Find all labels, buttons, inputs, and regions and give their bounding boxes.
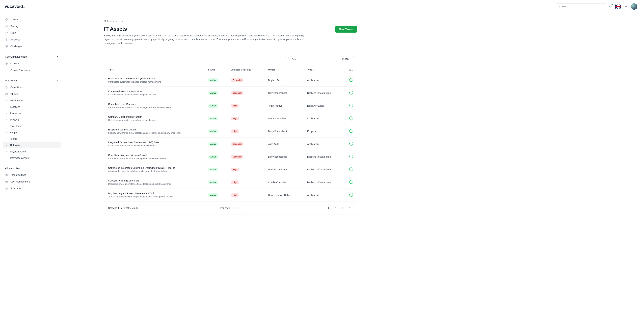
- table-search-input[interactable]: [292, 58, 334, 61]
- new-it-asset-button[interactable]: New IT Asset: [335, 26, 357, 33]
- sidebar-item-findings[interactable]: Findings: [3, 23, 61, 30]
- sidebar-item-teams[interactable]: Teams: [3, 136, 61, 142]
- table-row[interactable]: Centralized User DirectoryCentral system…: [104, 99, 357, 112]
- sidebar-item-capabilities[interactable]: Capabilities: [3, 84, 61, 91]
- asset-title: Software Testing Environment: [108, 179, 200, 182]
- sidebar-item-label: Capabilities: [10, 86, 22, 89]
- sidebar-item-people[interactable]: People: [3, 129, 61, 136]
- page-1-button[interactable]: 1: [325, 205, 332, 211]
- sidebar-item-label: Products: [10, 118, 19, 121]
- status-badge: Active: [208, 78, 218, 82]
- page-title: IT Assets: [104, 26, 315, 32]
- assets-card: Filter 0 Title▾ Status▾ Business Critica…: [104, 53, 357, 215]
- asset-subtitle: Unified communication and collaboration …: [108, 119, 200, 121]
- add-button[interactable]: [622, 3, 629, 10]
- breadcrumb-root[interactable]: IT Assets: [104, 20, 114, 23]
- criticality-badge: High: [231, 104, 239, 108]
- sidebar-item-label: IT Assets: [10, 144, 20, 147]
- table-row[interactable]: Bug Tracking and Project Management Tool…: [104, 189, 357, 201]
- global-search[interactable]: [555, 3, 607, 10]
- language-selector-uk-flag[interactable]: [615, 5, 621, 9]
- note-icon: [5, 45, 8, 48]
- page-2-button[interactable]: 2: [332, 205, 339, 211]
- sidebar-section-meta-model[interactable]: Meta Model: [3, 77, 61, 84]
- table-search[interactable]: [285, 56, 337, 62]
- table-row[interactable]: Software Testing EnvironmentDedicated en…: [104, 176, 357, 189]
- filter-button[interactable]: Filter 0: [339, 56, 353, 62]
- sidebar-item-it-assets[interactable]: IT Assets: [3, 142, 61, 148]
- col-owner[interactable]: Owner▾: [264, 66, 303, 74]
- asset-title: Corporate Network Infrastructure: [108, 90, 200, 93]
- sort-icon: ▾: [216, 69, 217, 71]
- sidebar-item-control-objectives[interactable]: Control Objectives: [3, 67, 61, 74]
- sidebar-item-legal-entities[interactable]: Legal Entities: [3, 97, 61, 104]
- sidebar-item-third-parties[interactable]: Third Parties: [3, 123, 61, 129]
- asset-owner: Barry Bounceback: [264, 125, 303, 138]
- asset-owner: Charlie Checklist: [264, 176, 303, 189]
- chevron-up-icon: [56, 79, 59, 82]
- briefcase-icon: [5, 93, 8, 96]
- status-badge: Active: [208, 155, 218, 159]
- status-badge: Active: [208, 129, 218, 133]
- filter-label: Filter: [345, 58, 350, 61]
- status-badge: Active: [208, 91, 218, 95]
- sidebar-item-structures[interactable]: Structures: [3, 185, 61, 192]
- criticality-badge: High: [231, 180, 239, 184]
- asset-subtitle: Security software for threat detection a…: [108, 132, 200, 134]
- sidebar-section-control-management[interactable]: Control Management: [3, 53, 61, 60]
- search-icon: [558, 5, 560, 8]
- progress-ring-icon: [349, 142, 353, 146]
- table-row[interactable]: Enterprise Resource Planning (ERP) Syste…: [104, 74, 357, 87]
- sidebar-item-threats[interactable]: Threats: [3, 16, 61, 23]
- breadcrumb: IT Assets List: [104, 20, 357, 23]
- sidebar-item-locations[interactable]: Locations: [3, 104, 61, 110]
- sidebar-item-challenges[interactable]: Challenges: [3, 43, 61, 50]
- progress-ring-icon: [349, 167, 353, 171]
- sidebar-section-administration[interactable]: Administration: [3, 165, 61, 172]
- notifications-count: 19: [610, 4, 614, 6]
- per-page-value: 10: [234, 207, 237, 209]
- chevron-up-icon: [56, 167, 59, 169]
- status-badge: Active: [208, 193, 218, 197]
- col-extra: E…: [342, 66, 357, 74]
- sidebar-item-products[interactable]: Products: [3, 117, 61, 123]
- asset-type: Application: [303, 112, 342, 125]
- per-page-label: Per page: [220, 207, 230, 209]
- sidebar-item-risks[interactable]: Risks: [3, 30, 61, 36]
- table-row[interactable]: Code Repository and Version ControlCentr…: [104, 150, 357, 163]
- section-title: Meta Model: [5, 79, 17, 82]
- criticality-badge: Essential: [231, 155, 244, 159]
- sidebar-item-user-management[interactable]: User Management: [3, 178, 61, 185]
- sidebar-item-label: Threats: [10, 18, 18, 21]
- layers-icon: [5, 187, 8, 190]
- table-row[interactable]: Integrated Development Environment (IDE)…: [104, 138, 357, 150]
- col-status[interactable]: Status▾: [204, 66, 226, 74]
- sidebar-item-incidents[interactable]: Incidents: [3, 36, 61, 43]
- page-next-button[interactable]: [346, 205, 353, 211]
- global-search-input[interactable]: [562, 5, 604, 8]
- sidebar-item-physical-assets[interactable]: Physical Assets: [3, 148, 61, 155]
- progress-ring-icon: [349, 78, 353, 82]
- table-row[interactable]: Endpoint Security SolutionSecurity softw…: [104, 125, 357, 138]
- notifications-button[interactable]: 19: [607, 3, 614, 10]
- col-type[interactable]: Type▾: [303, 66, 342, 74]
- table-row[interactable]: Corporate Network InfrastructureCore net…: [104, 87, 357, 99]
- page-3-button[interactable]: 3: [339, 205, 346, 211]
- progress-ring-icon: [349, 129, 353, 133]
- per-page-select[interactable]: 10: [232, 205, 243, 211]
- sidebar-item-processes[interactable]: Processes: [3, 110, 61, 117]
- sidebar-item-tenant-settings[interactable]: Tenant settings: [3, 172, 61, 178]
- sidebar-item-objects[interactable]: Objects: [3, 91, 61, 97]
- sidebar-item-controls[interactable]: Controls: [3, 60, 61, 67]
- table-row[interactable]: Continuous Integration/Continuous Deploy…: [104, 163, 357, 176]
- asset-title: Centralized User Directory: [108, 103, 200, 105]
- asset-title: Bug Tracking and Project Management Tool: [108, 192, 200, 195]
- sidebar-collapse-button[interactable]: [53, 4, 58, 9]
- col-criticality[interactable]: Business Criticality▾: [227, 66, 264, 74]
- sidebar-item-information-assets[interactable]: Information Assets: [3, 155, 61, 161]
- table-row[interactable]: Company Collaboration PlatformUnified co…: [104, 112, 357, 125]
- svg-rect-3: [6, 45, 8, 47]
- user-avatar[interactable]: [631, 3, 637, 10]
- brand-logo[interactable]: vucavoid: [5, 4, 24, 9]
- col-title[interactable]: Title▾: [104, 66, 204, 74]
